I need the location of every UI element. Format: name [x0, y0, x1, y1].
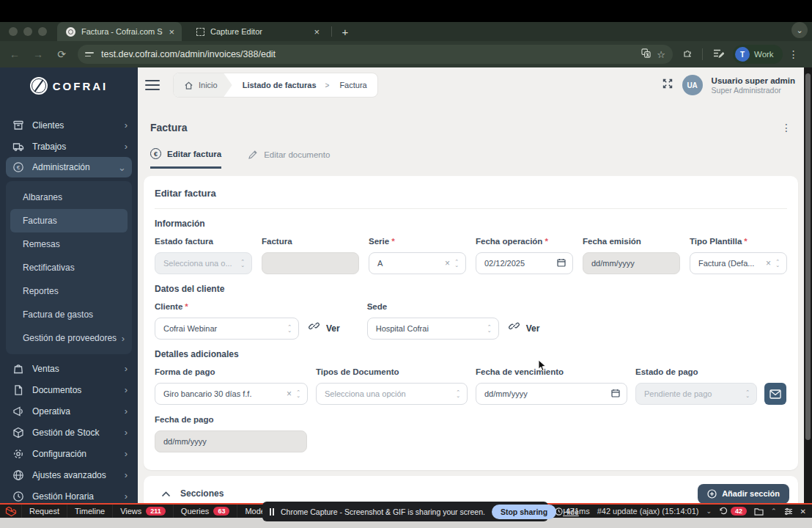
field-label: Forma de pago	[155, 367, 215, 376]
browser-tab-factura[interactable]: Factura - Cofrai.com Softwar ×	[57, 22, 182, 41]
folder-icon[interactable]	[754, 507, 764, 516]
page-menu-icon[interactable]: ⋮	[781, 122, 791, 133]
bookmark-star-icon[interactable]: ☆	[657, 49, 665, 60]
fullscreen-icon[interactable]	[662, 78, 673, 92]
breadcrumb-home[interactable]: Inicio	[174, 73, 232, 98]
fecha-vencimiento-input[interactable]: dd/mm/yyyy	[476, 383, 627, 405]
request-selector[interactable]: #42 update (ajax) (15:14:01)	[597, 507, 699, 516]
history-button[interactable]: 42	[719, 507, 747, 516]
send-email-button[interactable]	[764, 383, 786, 405]
link-icon[interactable]	[509, 320, 520, 334]
sidebar-subitem-rectificativas[interactable]: Rectificativas	[6, 256, 132, 279]
fecha-pago-input[interactable]: dd/mm/yyyy	[155, 430, 307, 452]
estado-factura-select[interactable]: Selecciona una o... ⌃⌄	[155, 252, 252, 274]
sidebar-item-ventas[interactable]: Ventas ›	[0, 358, 138, 379]
plus-circle-icon	[707, 489, 717, 499]
minimize-window-button[interactable]	[23, 27, 32, 36]
sidebar-subitem-reportes[interactable]: Reportes	[6, 279, 132, 303]
minimize-bar-icon[interactable]: ⌃	[771, 507, 777, 515]
debugbar-tab-views[interactable]: Views211	[112, 505, 173, 518]
reading-list-icon[interactable]	[713, 48, 724, 61]
link-icon[interactable]	[309, 320, 320, 334]
tab-close-icon[interactable]: ×	[314, 26, 320, 37]
sidebar-item-trabajos[interactable]: Trabajos ›	[0, 136, 138, 157]
scrollbar-thumb[interactable]	[805, 73, 811, 440]
user-info[interactable]: Usuario super admin Super Administrador	[712, 76, 795, 95]
sidebar-item-administracion[interactable]: € Administración ⌄	[6, 157, 132, 177]
factura-input[interactable]	[262, 252, 359, 274]
logo[interactable]: COFRAI	[0, 69, 138, 103]
clear-icon[interactable]: ×	[445, 258, 450, 268]
browser-menu-icon[interactable]: ⋮	[789, 48, 799, 60]
chevron-down-icon[interactable]: ⌄	[706, 507, 712, 515]
close-window-button[interactable]	[9, 27, 18, 36]
history-count-badge: 42	[731, 507, 747, 516]
new-tab-button[interactable]: +	[336, 23, 354, 40]
settings-sliders-icon[interactable]	[784, 507, 793, 516]
select-value: Giro bancario 30 días f.f.	[163, 389, 282, 398]
tab-editar-documento[interactable]: Editar documento	[248, 148, 330, 169]
screen-share-bar: Chrome Capture - Screenshot & GIF is sha…	[262, 502, 548, 521]
forma-pago-select[interactable]: Giro bancario 30 días f.f. × ⌃⌄	[155, 383, 308, 405]
sidebar-item-clientes[interactable]: Clientes ›	[0, 114, 138, 136]
calendar-icon[interactable]	[611, 389, 620, 399]
sidebar-subitem-facturas[interactable]: Facturas	[10, 209, 128, 232]
pause-icon[interactable]	[270, 508, 274, 516]
date-value: dd/mm/yyyy	[591, 259, 673, 268]
sidebar-subitem-albaranes[interactable]: Albaranes	[6, 186, 132, 209]
address-bar[interactable]: test.dev.cofrai.com/admin/invoices/388/e…	[78, 45, 673, 64]
debugbar-tab-timeline[interactable]: Timeline	[67, 505, 112, 518]
add-section-button[interactable]: Añadir sección	[698, 484, 789, 504]
sidebar-subitem-gestion-de-proveedores[interactable]: Gestión de proveedores ›	[6, 326, 132, 350]
extensions-icon[interactable]	[683, 48, 693, 61]
select-chevrons-icon: ⌃⌄	[745, 390, 750, 397]
serie-select[interactable]: A × ⌃⌄	[369, 252, 466, 274]
site-info-icon[interactable]	[85, 50, 95, 59]
forward-button[interactable]: →	[29, 45, 47, 63]
hamburger-menu-icon[interactable]	[145, 80, 160, 90]
clear-icon[interactable]: ×	[287, 389, 292, 399]
debugbar-tab-request[interactable]: Request	[21, 505, 67, 518]
estado-pago-select[interactable]: Pendiente de pago ⌃⌄	[635, 383, 757, 405]
url-text[interactable]: test.dev.cofrai.com/admin/invoices/388/e…	[101, 49, 635, 59]
sidebar-item-configuracion[interactable]: Configuración ›	[0, 443, 138, 464]
field-cliente: Cliente* Cofrai Webinar ⌃⌄	[155, 302, 299, 340]
divider	[155, 208, 787, 209]
tipo-plantilla-select[interactable]: Factura (Defa... × ⌃⌄	[690, 252, 787, 274]
tipos-documento-select[interactable]: Selecciona una opción ⌃⌄	[316, 383, 468, 405]
fecha-operacion-input[interactable]: 02/12/2025	[476, 252, 573, 274]
back-button[interactable]: ←	[6, 45, 23, 63]
sidebar-item-ajustes-avanzados[interactable]: Ajustes avanzados ›	[0, 464, 138, 485]
fecha-emision-input[interactable]: dd/mm/yyyy	[583, 252, 680, 274]
user-avatar[interactable]: UA	[682, 75, 703, 95]
sidebar-item-gestion-de-stock[interactable]: Gestión de Stock ›	[0, 422, 138, 443]
close-debugbar-icon[interactable]: ✕	[800, 507, 806, 516]
maximize-window-button[interactable]	[38, 27, 47, 36]
debugbar-tab-queries[interactable]: Queries63	[173, 505, 237, 518]
reload-button[interactable]: ⟳	[53, 45, 70, 63]
clock-icon	[12, 490, 24, 502]
tab-search-chevron-icon[interactable]: ⌄	[791, 22, 808, 38]
browser-tab-capture-editor[interactable]: Capture Editor ×	[188, 22, 327, 41]
ver-link[interactable]: Ver	[526, 323, 540, 334]
breadcrumb-list[interactable]: Listado de facturas	[243, 81, 317, 89]
browser-profile-chip[interactable]: T Work	[733, 45, 783, 64]
laravel-logo-icon[interactable]	[5, 506, 17, 517]
sidebar-subitem-factura-de-gastos[interactable]: Factura de gastos	[6, 303, 132, 326]
tab-close-icon[interactable]: ×	[169, 26, 174, 37]
scrollbar-track[interactable]	[804, 67, 812, 518]
ver-link[interactable]: Ver	[326, 323, 340, 334]
calendar-icon[interactable]	[557, 258, 566, 268]
hide-link[interactable]: Hide	[563, 507, 579, 516]
share-message: Chrome Capture - Screenshot & GIF is sha…	[281, 507, 485, 516]
clear-icon[interactable]: ×	[766, 258, 771, 268]
tab-editar-factura[interactable]: € Editar factura	[150, 148, 221, 169]
stop-sharing-button[interactable]: Stop sharing	[492, 505, 556, 519]
sede-select[interactable]: Hospital Cofrai ⌃⌄	[367, 318, 499, 340]
sidebar-subitem-remesas[interactable]: Remesas	[6, 232, 132, 256]
collapse-chevron-icon[interactable]	[161, 487, 171, 500]
cliente-select[interactable]: Cofrai Webinar ⌃⌄	[155, 318, 299, 340]
sidebar-item-documentos[interactable]: Documentos ›	[0, 379, 138, 400]
translate-icon[interactable]	[641, 48, 651, 60]
sidebar-item-operativa[interactable]: Operativa ›	[0, 400, 138, 422]
